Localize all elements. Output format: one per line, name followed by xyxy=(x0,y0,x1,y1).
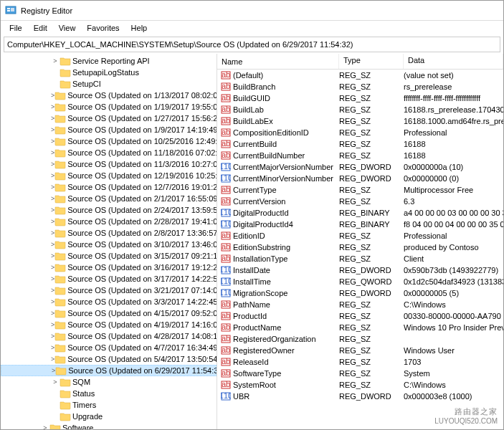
col-header-name[interactable]: Name xyxy=(217,54,339,69)
tree-item[interactable]: >Source OS (Updated on 3/15/2017 09:21:1… xyxy=(1,250,217,262)
value-row[interactable]: abRegisteredOrganizationREG_SZ xyxy=(217,333,503,345)
tree-item[interactable]: >Source OS (Updated on 1/19/2017 19:55:0… xyxy=(1,101,217,113)
value-row[interactable]: ab(Default)REG_SZ(value not set) xyxy=(217,70,503,81)
value-name: CurrentBuild xyxy=(233,140,277,148)
tree-item[interactable]: >Source OS (Updated on 4/15/2017 09:52:0… xyxy=(1,307,217,319)
menu-view[interactable]: View xyxy=(53,22,82,34)
value-row[interactable]: abSoftwareTypeREG_SZSystem xyxy=(217,368,503,379)
tree-item[interactable]: Timers xyxy=(1,399,217,411)
tree-item[interactable]: >Software xyxy=(1,422,217,429)
value-row[interactable]: 110InstallTimeREG_QWORD0x1d2c504daf34923… xyxy=(217,276,503,287)
binary-value-icon: 110 xyxy=(220,162,232,172)
menu-help[interactable]: Help xyxy=(125,22,153,34)
tree-item[interactable]: >Source OS (Updated on 1/27/2017 15:56:2… xyxy=(1,113,217,124)
folder-icon xyxy=(60,56,71,66)
tree-item[interactable]: >Source OS (Updated on 2/8/2017 13:36:57… xyxy=(1,227,217,239)
menu-favorites[interactable]: Favorites xyxy=(81,22,125,34)
value-row[interactable]: abBuildBranchREG_SZrs_prerelease xyxy=(217,81,503,92)
tree-item[interactable]: >SQM xyxy=(1,376,217,388)
tree-item[interactable]: >Service Reporting API xyxy=(1,55,217,67)
value-row[interactable]: abCurrentVersionREG_SZ6.3 xyxy=(217,196,503,207)
value-row[interactable]: abInstallationTypeREG_SZClient xyxy=(217,253,503,264)
tree-item[interactable]: >Source OS (Updated on 3/17/2017 14:22:5… xyxy=(1,273,217,285)
col-header-data[interactable]: Data xyxy=(404,54,503,69)
value-row[interactable]: abEditionIDREG_SZProfessional xyxy=(217,230,503,242)
value-row[interactable]: abEditionSubstringREG_SZproduced by Cont… xyxy=(217,242,503,253)
tree-item[interactable]: >Source OS (Updated on 3/3/2017 14:22:45… xyxy=(1,296,217,307)
tree-item[interactable]: >Source OS (Updated on 4/28/2017 14:08:1… xyxy=(1,330,217,342)
tree-item[interactable]: >Source OS (Updated on 12/7/2016 19:01:2… xyxy=(1,181,217,193)
value-row[interactable]: 110CurrentMajorVersionNumberREG_DWORD0x0… xyxy=(217,161,503,173)
value-row[interactable]: 110CurrentMinorVersionNumberREG_DWORD0x0… xyxy=(217,173,503,184)
value-row[interactable]: abProductIdREG_SZ00330-80000-00000-AA790 xyxy=(217,310,503,322)
tree-item[interactable]: >Source OS (Updated on 2/28/2017 19:41:0… xyxy=(1,216,217,227)
binary-value-icon: 110 xyxy=(220,265,232,275)
value-row[interactable]: 110UBRREG_DWORD0x000003e8 (1000) xyxy=(217,391,503,402)
tree-item[interactable]: >Source OS (Updated on 1/9/2017 14:19:49… xyxy=(1,124,217,135)
folder-icon xyxy=(54,228,66,238)
value-row[interactable]: abCurrentBuildREG_SZ16188 xyxy=(217,138,503,150)
tree-item[interactable]: SetupCI xyxy=(1,78,217,90)
tree-pane[interactable]: >Service Reporting APISetupapiLogStatusS… xyxy=(1,54,217,429)
string-value-icon: ab xyxy=(220,128,232,138)
tree-item[interactable]: >Source OS (Updated on 2/24/2017 13:59:5… xyxy=(1,204,217,216)
folder-icon xyxy=(60,377,71,387)
svg-text:ab: ab xyxy=(222,231,230,239)
tree-item[interactable]: >Source OS (Updated on 5/4/2017 13:50:54… xyxy=(1,353,217,365)
address-bar[interactable]: Computer\HKEY_LOCAL_MACHINE\SYSTEM\Setup… xyxy=(4,37,500,52)
tree-item[interactable]: >Source OS (Updated on 4/19/2017 14:16:0… xyxy=(1,319,217,330)
svg-text:ab: ab xyxy=(222,368,230,377)
tree-item[interactable]: >Source OS (Updated on 6/29/2017 11:54:3… xyxy=(1,365,217,376)
value-row[interactable]: abReleaseIdREG_SZ1703 xyxy=(217,356,503,368)
value-row[interactable]: abCompositionEditionIDREG_SZProfessional xyxy=(217,127,503,138)
tree-item[interactable]: Upgrade xyxy=(1,411,217,422)
value-row[interactable]: 110DigitalProductIdREG_BINARYa4 00 00 00… xyxy=(217,207,503,219)
value-row[interactable]: abSystemRootREG_SZC:\Windows xyxy=(217,379,503,391)
tree-item[interactable]: Status xyxy=(1,388,217,399)
value-name: BuildGUID xyxy=(233,94,270,102)
value-name: BuildBranch xyxy=(233,82,275,91)
tree-item[interactable]: >Source OS (Updated on 4/7/2017 16:34:49… xyxy=(1,342,217,353)
value-row[interactable]: abBuildLabREG_SZ16188.rs_prerelease.1704… xyxy=(217,104,503,115)
value-row[interactable]: 110DigitalProductId4REG_BINARYf8 04 00 0… xyxy=(217,219,503,230)
tree-item-label: Source OS (Updated on 12/7/2016 19:01:29… xyxy=(67,183,217,191)
expand-toggle-icon[interactable]: > xyxy=(51,378,60,386)
string-value-icon: ab xyxy=(220,185,232,195)
value-row[interactable]: abProductNameREG_SZWindows 10 Pro Inside… xyxy=(217,322,503,333)
folder-icon xyxy=(54,113,66,123)
string-value-icon: ab xyxy=(220,93,232,103)
value-row[interactable]: abBuildGUIDREG_SZffffffff-ffff-ffff-ffff… xyxy=(217,92,503,104)
tree-item[interactable]: >Source OS (Updated on 12/19/2016 10:25:… xyxy=(1,170,217,181)
value-type: REG_SZ xyxy=(339,369,404,378)
value-name: ReleaseId xyxy=(233,358,269,366)
menu-edit[interactable]: Edit xyxy=(28,22,53,34)
tree-item[interactable]: >Source OS (Updated on 3/21/2017 07:14:0… xyxy=(1,285,217,296)
tree-item[interactable]: >Source OS (Updated on 3/16/2017 19:12:2… xyxy=(1,262,217,273)
tree-item[interactable]: SetupapiLogStatus xyxy=(1,67,217,78)
value-row[interactable]: abCurrentTypeREG_SZMultiprocessor Free xyxy=(217,184,503,196)
tree-item[interactable]: >Source OS (Updated on 1/13/2017 08:02:0… xyxy=(1,90,217,101)
col-header-type[interactable]: Type xyxy=(339,54,404,69)
expand-toggle-icon[interactable]: > xyxy=(41,424,49,429)
titlebar[interactable]: Registry Editor xyxy=(1,1,503,21)
value-row[interactable]: abPathNameREG_SZC:\Windows xyxy=(217,299,503,310)
value-data: 0x0000000a (10) xyxy=(404,163,503,171)
menu-file[interactable]: File xyxy=(4,22,28,34)
value-row[interactable]: 110InstallDateREG_DWORD0x590b73db (14939… xyxy=(217,264,503,276)
tree-item[interactable]: >Source OS (Updated on 11/18/2016 07:02:… xyxy=(1,147,217,158)
value-row[interactable]: abCurrentBuildNumberREG_SZ16188 xyxy=(217,150,503,161)
value-type: REG_SZ xyxy=(339,71,404,80)
tree-item[interactable]: >Source OS (Updated on 11/3/2016 10:27:0… xyxy=(1,158,217,170)
value-name: CurrentType xyxy=(233,186,277,194)
value-row[interactable]: abBuildLabExREG_SZ16188.1000.amd64fre.rs… xyxy=(217,115,503,127)
tree-item[interactable]: >Source OS (Updated on 2/1/2017 16:55:09… xyxy=(1,193,217,204)
value-row[interactable]: 110MigrationScopeREG_DWORD0x00000005 (5) xyxy=(217,287,503,299)
folder-icon xyxy=(55,366,67,376)
tree-item[interactable]: >Source OS (Updated on 10/25/2016 12:49:… xyxy=(1,135,217,147)
list-pane[interactable]: Name Type Data ab(Default)REG_SZ(value n… xyxy=(217,54,503,429)
tree-item[interactable]: >Source OS (Updated on 3/10/2017 13:46:0… xyxy=(1,239,217,250)
value-row[interactable]: abRegisteredOwnerREG_SZWindows User xyxy=(217,345,503,356)
value-name: InstallTime xyxy=(233,277,271,286)
value-data: 00330-80000-00000-AA790 xyxy=(404,312,503,320)
expand-toggle-icon[interactable]: > xyxy=(51,57,60,64)
